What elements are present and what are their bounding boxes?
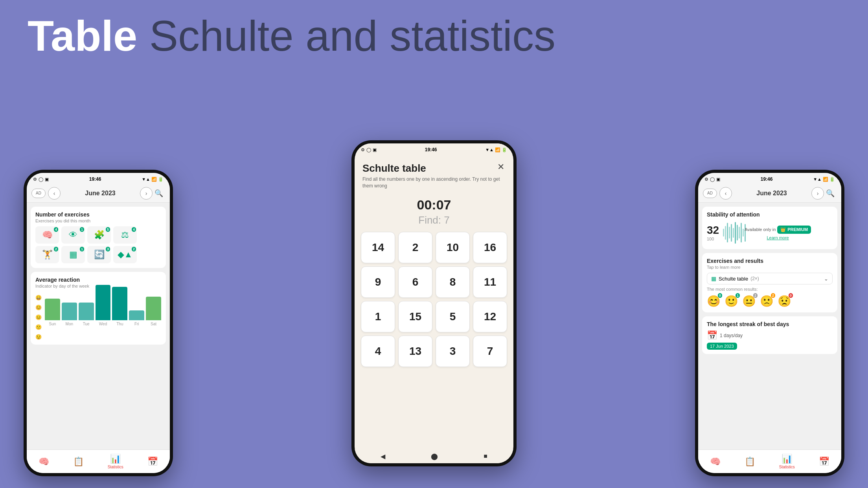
bar-sun: Sun [45, 299, 60, 326]
phone-right: ⚙ ◯ ▣ 19:46 ▼▲ 📶 🔋 AD ‹ June 2023 › 🔍 St… [695, 170, 844, 476]
status-bar-center: ⚙ ◯ ▣ 19:46 ▼▲ 📶 🔋 [355, 143, 513, 154]
reaction-card: Average reaction Indicator by day of the… [31, 272, 166, 345]
nav-bar-right: AD ‹ June 2023 › 🔍 [698, 184, 841, 203]
exercise-item-6[interactable]: ▦1 [61, 246, 85, 263]
nav-title-left: June 2023 [61, 190, 140, 197]
nav-statistics-left[interactable]: 📊 Statistics [108, 454, 123, 469]
streak-date-badge: 17 Jun 2023 [707, 343, 737, 350]
cell-12[interactable]: 12 [473, 301, 507, 332]
nav-brain-left[interactable]: 🧠 [39, 457, 49, 467]
cell-11[interactable]: 11 [473, 266, 507, 298]
exercise-item-3[interactable]: 🧩5 [87, 226, 111, 244]
result-emojis: 😊 0 🙂 1 😐 2 🙁 2 [707, 295, 833, 308]
schulte-grid: 14 2 10 16 9 6 8 11 1 15 5 12 4 13 3 7 [355, 232, 513, 367]
exercise-item-1[interactable]: 🧠4 [35, 226, 59, 244]
cell-1[interactable]: 1 [361, 301, 395, 332]
emoji-result-3: 🙁 2 [760, 295, 774, 308]
bar-thu: Thu [112, 287, 127, 326]
schulte-select[interactable]: ▦ Schulte table (2×) ⌄ [707, 273, 833, 284]
phone-center: ⚙ ◯ ▣ 19:46 ▼▲ 📶 🔋 Schulte table Find al… [351, 140, 517, 466]
bar-tue: Tue [79, 303, 94, 326]
prev-btn-left[interactable]: ‹ [48, 187, 61, 200]
cell-10[interactable]: 10 [436, 232, 470, 263]
title-bold: Table [28, 11, 137, 60]
statistics-label-right: Statistics [779, 465, 795, 469]
exercise-grid: 🧠4 👁1 🧩5 ⚖4 🏋2 ▦1 [35, 226, 161, 263]
cell-5[interactable]: 5 [436, 301, 470, 332]
premium-label: PREMIUM [787, 227, 808, 232]
available-text: Available only in [745, 227, 776, 232]
back-btn-center[interactable]: ◀ [381, 453, 385, 460]
nav-calendar-left[interactable]: 📅 [147, 457, 158, 467]
cell-14[interactable]: 14 [361, 232, 395, 263]
signal-icons-left: ▼▲ 📶 🔋 [142, 177, 164, 182]
nav-brain-right[interactable]: 🧠 [710, 457, 721, 467]
status-bar-left: ⚙ ◯ ▣ 19:46 ▼▲ 📶 🔋 [27, 173, 170, 184]
bar-sat: Sat [146, 297, 161, 326]
cell-9[interactable]: 9 [361, 266, 395, 298]
nav-statistics-right[interactable]: 📊 Statistics [779, 454, 795, 469]
bottom-nav-right: 🧠 📋 📊 Statistics 📅 [698, 449, 841, 473]
cell-3[interactable]: 3 [436, 336, 470, 367]
exercise-item-2[interactable]: 👁1 [61, 226, 85, 244]
exercises-card: Number of exercises Exercises you did th… [31, 207, 166, 268]
learn-more-link[interactable]: Learn more [767, 235, 789, 240]
status-bar-right: ⚙ ◯ ▣ 19:46 ▼▲ 📶 🔋 [698, 173, 841, 184]
close-btn[interactable]: ✕ [495, 161, 507, 173]
exercise-item-7[interactable]: 🔄3 [87, 246, 111, 263]
emoji-result-0: 😊 0 [707, 295, 721, 308]
nav-title-right: June 2023 [732, 190, 811, 197]
nav-exercises-right[interactable]: 📋 [745, 457, 755, 467]
cell-16[interactable]: 16 [473, 232, 507, 263]
streak-date: 📅 1 days/day [707, 330, 743, 341]
streak-title: The longest streak of best days [707, 321, 833, 327]
ad-label-left[interactable]: AD [31, 189, 46, 198]
select-count: (2×) [750, 276, 759, 281]
time-right: 19:46 [761, 176, 773, 182]
exercise-item-8[interactable]: ◆▲2 [113, 246, 137, 263]
next-btn-left[interactable]: › [140, 187, 153, 200]
cell-15[interactable]: 15 [398, 301, 432, 332]
cell-8[interactable]: 8 [436, 266, 470, 298]
cell-6[interactable]: 6 [398, 266, 432, 298]
content-right: Stability of attention 32 100 [698, 203, 841, 449]
ad-label-right[interactable]: AD [703, 189, 717, 198]
streak-card: The longest streak of best days 📅 1 days… [702, 316, 837, 354]
phone-left: ⚙ ◯ ▣ 19:46 ▼▲ 📶 🔋 AD ‹ June 2023 › 🔍 Nu… [24, 170, 173, 476]
exercise-item-5[interactable]: 🏋2 [35, 246, 59, 263]
bar-wed: Wed [96, 285, 111, 326]
prev-btn-right[interactable]: ‹ [719, 187, 732, 200]
stability-title: Stability of attention [707, 211, 833, 218]
home-btn-center[interactable]: ⬤ [431, 453, 438, 460]
nav-calendar-right[interactable]: 📅 [819, 457, 829, 467]
bar-mon: Mon [62, 303, 77, 326]
cell-7[interactable]: 7 [473, 336, 507, 367]
bottom-nav-left: 🧠 📋 📊 Statistics 📅 [27, 449, 170, 473]
premium-badge[interactable]: 👑 PREMIUM [777, 226, 811, 234]
streak-value: 1 days/day [720, 333, 743, 338]
select-label: Schulte table [719, 276, 748, 282]
cell-2[interactable]: 2 [398, 232, 432, 263]
cell-4[interactable]: 4 [361, 336, 395, 367]
search-icon-right[interactable]: 🔍 [824, 187, 837, 200]
schulte-title: Schulte table [362, 162, 506, 174]
statistics-label-left: Statistics [108, 465, 123, 469]
exercises-subtitle: Exercises you did this month [35, 218, 161, 223]
timer-display: 00:07 [355, 193, 513, 214]
next-btn-right[interactable]: › [811, 187, 824, 200]
title-light: Schulte and statistics [137, 11, 555, 60]
recent-btn-center[interactable]: ■ [484, 453, 487, 460]
reaction-title: Average reaction [35, 277, 161, 283]
page-title: Table Schulte and statistics [28, 12, 555, 59]
cell-13[interactable]: 13 [398, 336, 432, 367]
most-common-label: The most common results: [707, 287, 833, 292]
status-icons-left: ⚙ ◯ ▣ [33, 177, 49, 182]
nav-exercises-left[interactable]: 📋 [73, 457, 84, 467]
schulte-header: Schulte table Find all the numbers one b… [355, 154, 513, 193]
emoji-result-1: 🙂 1 [725, 295, 738, 308]
search-icon-left[interactable]: 🔍 [153, 187, 165, 200]
bar-fri: Fri [129, 310, 144, 326]
results-card: Exercises and results Tap to learn more … [702, 253, 837, 312]
exercise-item-4[interactable]: ⚖4 [113, 226, 137, 244]
results-title: Exercises and results [707, 258, 833, 264]
